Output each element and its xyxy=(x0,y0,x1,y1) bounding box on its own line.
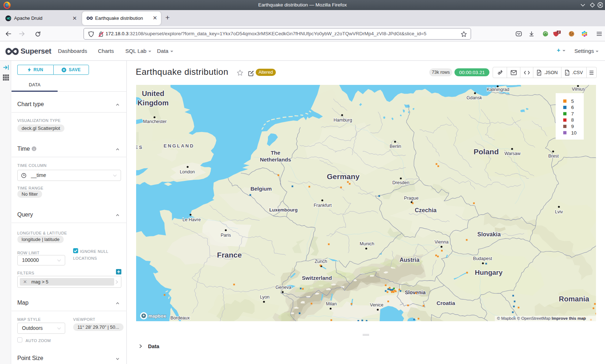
svg-text:Czechia: Czechia xyxy=(415,207,437,213)
svg-text:Dresden: Dresden xyxy=(392,180,409,185)
svg-text:London: London xyxy=(180,169,195,174)
svg-text:Lyon: Lyon xyxy=(260,295,270,300)
svg-text:United: United xyxy=(142,90,164,97)
svg-text:Belgium: Belgium xyxy=(250,186,272,192)
svg-text:Switzerland: Switzerland xyxy=(302,275,332,281)
svg-text:5: 5 xyxy=(571,99,574,104)
svg-text:France: France xyxy=(217,251,242,259)
svg-text:6: 6 xyxy=(571,105,574,110)
svg-text:Netherlands: Netherlands xyxy=(260,156,291,163)
svg-text:Le Havre: Le Havre xyxy=(183,217,201,222)
svg-text:7: 7 xyxy=(571,111,574,117)
svg-text:Manchester: Manchester xyxy=(143,119,166,124)
svg-text:mapbox: mapbox xyxy=(148,314,166,319)
svg-text:Budapest: Budapest xyxy=(473,256,492,261)
svg-text:Hamburg: Hamburg xyxy=(333,118,352,123)
svg-text:Romania: Romania xyxy=(559,295,590,303)
svg-text:8: 8 xyxy=(571,117,574,123)
svg-text:Zurich: Zurich xyxy=(315,259,327,264)
svg-text:Brest: Brest xyxy=(548,154,559,159)
svg-text:Gdansk: Gdansk xyxy=(466,95,482,100)
svg-text:Kingdom: Kingdom xyxy=(138,99,169,107)
svg-text:Germany: Germany xyxy=(327,172,359,181)
svg-text:Venice: Venice xyxy=(370,302,384,308)
svg-text:Poland: Poland xyxy=(474,147,499,156)
svg-text:© Mapbox © OpenStreetMap Impro: © Mapbox © OpenStreetMap Improve this ma… xyxy=(497,316,586,320)
svg-text:Vilnius: Vilnius xyxy=(572,87,585,92)
svg-text:Prague: Prague xyxy=(404,196,418,201)
svg-text:The: The xyxy=(271,150,281,156)
svg-text:Hungary: Hungary xyxy=(475,269,503,276)
svg-text:Geneva: Geneva xyxy=(275,285,291,290)
svg-text:Luxembourg: Luxembourg xyxy=(269,207,298,213)
svg-text:Bordeaux: Bordeaux xyxy=(170,315,190,320)
svg-text:Milan: Milan xyxy=(326,301,337,306)
svg-text:ES: ES xyxy=(136,145,143,150)
svg-text:Croatia: Croatia xyxy=(436,300,455,306)
svg-text:Kaliningrad: Kaliningrad xyxy=(487,87,510,92)
svg-text:Slovakia: Slovakia xyxy=(478,231,501,237)
svg-text:9: 9 xyxy=(571,124,574,129)
svg-text:Paris: Paris xyxy=(221,233,231,238)
svg-text:Vienna: Vienna xyxy=(435,240,449,245)
svg-text:Lviv: Lviv xyxy=(555,209,563,214)
svg-text:Munich: Munich xyxy=(360,241,374,246)
svg-text:Warsaw: Warsaw xyxy=(505,151,521,156)
svg-text:x: x xyxy=(566,72,568,74)
svg-text:Austria: Austria xyxy=(399,257,419,263)
svg-text:Berlin: Berlin xyxy=(390,144,401,149)
svg-text:2: 2 xyxy=(558,31,560,34)
svg-text:10: 10 xyxy=(571,130,577,136)
svg-text:Frankfurt: Frankfurt xyxy=(314,203,332,208)
svg-text:ENGLAND: ENGLAND xyxy=(163,143,194,149)
